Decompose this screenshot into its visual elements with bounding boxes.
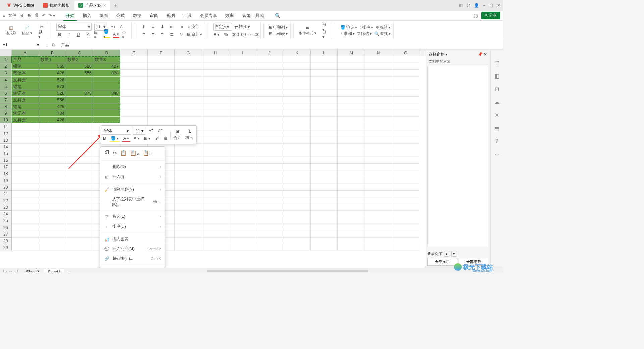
row-header[interactable]: 22 bbox=[0, 197, 12, 204]
cell[interactable] bbox=[39, 204, 66, 211]
cell[interactable] bbox=[12, 130, 39, 137]
cell[interactable] bbox=[365, 123, 392, 130]
save-icon[interactable]: 🖫 bbox=[20, 13, 24, 18]
cm-hyperlink[interactable]: 🔗超链接(H)...Ctrl+K bbox=[100, 254, 165, 263]
row-header[interactable]: 18 bbox=[0, 170, 12, 177]
cell[interactable] bbox=[256, 197, 283, 204]
cell[interactable] bbox=[283, 164, 311, 170]
cell[interactable]: 426 bbox=[39, 70, 66, 77]
cell[interactable] bbox=[338, 70, 365, 77]
avatar-icon[interactable]: 👤 bbox=[474, 3, 479, 8]
rotate-icon[interactable]: ↻ bbox=[178, 31, 184, 38]
cell[interactable] bbox=[175, 211, 202, 217]
cell[interactable] bbox=[66, 177, 93, 184]
cell[interactable] bbox=[311, 191, 338, 197]
cell[interactable] bbox=[365, 103, 392, 110]
cell[interactable]: 笔记本 bbox=[12, 70, 39, 77]
row-header[interactable]: 29 bbox=[0, 244, 12, 251]
row-header[interactable]: 16 bbox=[0, 157, 12, 164]
cell[interactable] bbox=[202, 110, 229, 117]
cell[interactable] bbox=[256, 157, 283, 164]
cell[interactable] bbox=[311, 244, 338, 251]
mini-fill-icon[interactable]: 🪣 ▾ bbox=[109, 135, 120, 142]
cell[interactable] bbox=[229, 224, 256, 231]
cell[interactable]: 426 bbox=[39, 117, 66, 123]
cell[interactable] bbox=[392, 217, 419, 224]
copy-icon[interactable]: 🗐 ▾ bbox=[38, 31, 45, 38]
fontup-icon[interactable]: A+ bbox=[110, 23, 116, 30]
cell[interactable] bbox=[202, 56, 229, 63]
cell[interactable] bbox=[229, 204, 256, 211]
col-header-C[interactable]: C bbox=[66, 50, 93, 56]
select-all-corner[interactable] bbox=[0, 50, 12, 56]
cell[interactable] bbox=[148, 110, 175, 117]
border-icon[interactable]: ⊞ ▾ bbox=[94, 31, 101, 38]
cell[interactable] bbox=[120, 117, 148, 123]
cell[interactable] bbox=[392, 231, 419, 238]
cell[interactable]: 565 bbox=[39, 63, 66, 70]
cm-copy-icon[interactable]: 🗐 bbox=[104, 150, 109, 157]
menu-efficiency[interactable]: 效率 bbox=[221, 13, 238, 19]
row-header[interactable]: 24 bbox=[0, 211, 12, 217]
first-sheet-icon[interactable]: ⎮◂ bbox=[3, 270, 7, 273]
cm-sort[interactable]: ↕排序(U)› bbox=[100, 221, 165, 231]
mini-merge-label[interactable]: 合并 bbox=[172, 134, 183, 141]
row-header[interactable]: 11 bbox=[0, 123, 12, 130]
cell[interactable] bbox=[66, 211, 93, 217]
cell[interactable] bbox=[392, 211, 419, 217]
cell[interactable] bbox=[93, 110, 120, 117]
cell[interactable] bbox=[12, 217, 39, 224]
pin-icon[interactable]: 📌 bbox=[478, 52, 483, 57]
cell[interactable] bbox=[39, 184, 66, 191]
cell[interactable] bbox=[365, 56, 392, 63]
align-right-icon[interactable]: ≡ bbox=[159, 31, 166, 38]
cell[interactable] bbox=[12, 150, 39, 157]
fx-cancel-icon[interactable]: ⊕ bbox=[45, 43, 49, 47]
cell[interactable]: 526 bbox=[66, 63, 93, 70]
cell[interactable] bbox=[392, 184, 419, 191]
cell[interactable] bbox=[365, 211, 392, 217]
italic-icon[interactable]: I bbox=[66, 31, 72, 38]
row-header[interactable]: 25 bbox=[0, 217, 12, 224]
col-header-O[interactable]: O bbox=[392, 50, 419, 56]
col-header-A[interactable]: A bbox=[12, 50, 39, 56]
cell[interactable] bbox=[365, 137, 392, 144]
stack-up-icon[interactable]: ▴ bbox=[444, 251, 449, 257]
cell[interactable] bbox=[39, 231, 66, 238]
row-header[interactable]: 17 bbox=[0, 164, 12, 170]
cell[interactable] bbox=[202, 191, 229, 197]
cell[interactable] bbox=[39, 244, 66, 251]
cell[interactable] bbox=[175, 117, 202, 123]
row-header[interactable]: 2 bbox=[0, 63, 12, 70]
cell[interactable] bbox=[283, 177, 311, 184]
cell[interactable] bbox=[229, 197, 256, 204]
cell[interactable] bbox=[39, 157, 66, 164]
cell[interactable] bbox=[311, 83, 338, 90]
cell[interactable] bbox=[229, 144, 256, 150]
cell[interactable] bbox=[338, 184, 365, 191]
cell[interactable] bbox=[66, 83, 93, 90]
cell[interactable] bbox=[311, 231, 338, 238]
cell[interactable] bbox=[338, 103, 365, 110]
cell[interactable] bbox=[256, 150, 283, 157]
prev-sheet-icon[interactable]: ◂ bbox=[8, 270, 10, 273]
cell[interactable] bbox=[256, 204, 283, 211]
row-header[interactable]: 15 bbox=[0, 150, 12, 157]
menu-page[interactable]: 页面 bbox=[95, 13, 112, 19]
cell[interactable] bbox=[256, 224, 283, 231]
cell[interactable] bbox=[93, 103, 120, 110]
dec-inc-icon[interactable]: .00→ bbox=[241, 31, 248, 38]
menu-vip[interactable]: 会员专享 bbox=[196, 13, 221, 19]
cell[interactable] bbox=[202, 70, 229, 77]
underline-icon[interactable]: U bbox=[75, 31, 82, 38]
cell[interactable] bbox=[175, 191, 202, 197]
cell[interactable] bbox=[66, 123, 93, 130]
mini-sum-label[interactable]: 求和 bbox=[184, 134, 195, 141]
cell[interactable] bbox=[120, 63, 148, 70]
cell[interactable] bbox=[311, 77, 338, 83]
cell[interactable] bbox=[175, 224, 202, 231]
fontdown-icon[interactable]: A− bbox=[119, 23, 126, 30]
cell[interactable] bbox=[148, 63, 175, 70]
cell[interactable] bbox=[93, 77, 120, 83]
row-header[interactable]: 3 bbox=[0, 70, 12, 77]
